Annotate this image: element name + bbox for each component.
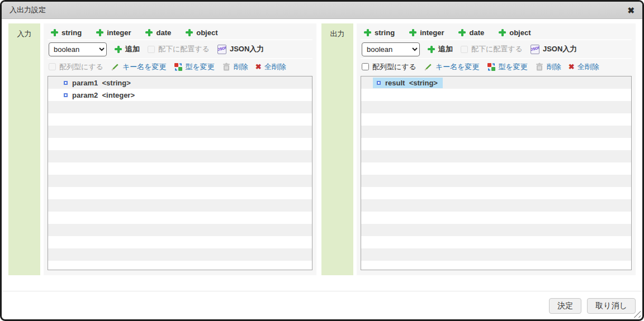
ok-button[interactable]: 決定 bbox=[549, 298, 581, 314]
type-select[interactable]: boolean bbox=[49, 42, 107, 56]
json-file-icon: JSON bbox=[217, 45, 226, 54]
plus-icon bbox=[364, 29, 371, 36]
panels-container: 入力 string integer date bbox=[8, 23, 636, 275]
red-x-icon: ✖ bbox=[255, 63, 262, 70]
plus-icon bbox=[115, 46, 122, 53]
output-edit-row: 配列型にする キー名を変更 bbox=[361, 59, 632, 74]
output-add-type-row: string integer date object bbox=[361, 26, 632, 40]
input-add-row: boolean 追加 配下に配置する JSON JSON入力 bbox=[48, 40, 312, 59]
add-date-button[interactable]: date bbox=[145, 28, 171, 37]
plus-icon bbox=[186, 29, 193, 36]
io-settings-dialog: 入出力設定 ✖ 入力 string integer bbox=[0, 0, 644, 321]
trash-icon bbox=[222, 63, 231, 71]
change-type-button[interactable]: 型を変更 bbox=[174, 62, 215, 72]
cancel-button[interactable]: 取り消し bbox=[587, 298, 636, 314]
place-under-checkbox bbox=[148, 46, 155, 53]
dialog-footer: 決定 取り消し bbox=[2, 291, 642, 314]
type-change-icon bbox=[174, 63, 183, 71]
plus-icon bbox=[458, 29, 466, 36]
add-integer-button[interactable]: integer bbox=[96, 28, 131, 37]
input-panel-body: string integer date object bbox=[44, 23, 316, 275]
output-param-list[interactable]: result <string> bbox=[361, 76, 632, 270]
add-button[interactable]: 追加 bbox=[428, 44, 453, 54]
list-item[interactable]: param2 <integer> bbox=[48, 89, 312, 101]
pencil-icon bbox=[424, 63, 433, 71]
type-change-icon bbox=[487, 63, 496, 71]
list-item[interactable]: param1 <string> bbox=[48, 76, 312, 89]
output-panel: 出力 string integer date bbox=[321, 23, 636, 275]
input-edit-row: 配列型にする キー名を変更 bbox=[48, 59, 312, 74]
array-type-option: 配列型にする bbox=[362, 62, 416, 72]
red-x-icon: ✖ bbox=[569, 63, 575, 70]
input-param-list[interactable]: param1 <string> param2 <integer> bbox=[48, 76, 312, 270]
add-integer-button[interactable]: integer bbox=[409, 28, 444, 37]
json-file-icon: JSON bbox=[531, 45, 539, 54]
add-object-button[interactable]: object bbox=[499, 28, 531, 37]
json-input-button[interactable]: JSON JSON入力 bbox=[531, 44, 577, 54]
plus-icon bbox=[96, 29, 103, 36]
plus-icon bbox=[409, 29, 416, 36]
add-string-button[interactable]: string bbox=[51, 28, 82, 37]
delete-all-button[interactable]: ✖ 全削除 bbox=[255, 62, 286, 72]
place-under-option: 配下に配置する bbox=[148, 44, 210, 54]
delete-all-button[interactable]: ✖ 全削除 bbox=[569, 62, 599, 72]
pencil-icon bbox=[111, 63, 120, 71]
output-panel-label: 出力 bbox=[321, 23, 353, 275]
input-panel: 入力 string integer date bbox=[8, 23, 316, 275]
tree-node-icon bbox=[64, 93, 68, 97]
plus-icon bbox=[51, 29, 58, 36]
place-under-checkbox bbox=[461, 46, 468, 53]
change-type-button[interactable]: 型を変更 bbox=[487, 62, 528, 72]
add-string-button[interactable]: string bbox=[364, 28, 395, 37]
tree-node-icon bbox=[377, 81, 381, 85]
array-type-checkbox[interactable] bbox=[362, 63, 369, 70]
add-button[interactable]: 追加 bbox=[115, 44, 140, 54]
add-date-button[interactable]: date bbox=[458, 28, 484, 37]
json-input-button[interactable]: JSON JSON入力 bbox=[217, 44, 264, 54]
delete-button[interactable]: 削除 bbox=[535, 62, 561, 72]
dialog-title: 入出力設定 bbox=[10, 5, 46, 15]
rename-key-button[interactable]: キー名を変更 bbox=[424, 62, 480, 72]
input-panel-label: 入力 bbox=[8, 23, 40, 275]
delete-button[interactable]: 削除 bbox=[222, 62, 248, 72]
list-item-selected[interactable]: result <string> bbox=[361, 76, 631, 89]
add-object-button[interactable]: object bbox=[186, 28, 217, 37]
tree-node-icon bbox=[64, 81, 68, 85]
close-icon[interactable]: ✖ bbox=[627, 6, 634, 15]
input-add-type-row: string integer date object bbox=[48, 26, 312, 40]
place-under-option: 配下に配置する bbox=[461, 44, 523, 54]
array-type-checkbox bbox=[49, 63, 56, 70]
type-select[interactable]: boolean bbox=[362, 42, 420, 56]
array-type-option: 配列型にする bbox=[49, 62, 103, 72]
rename-key-button[interactable]: キー名を変更 bbox=[111, 62, 167, 72]
plus-icon bbox=[428, 46, 435, 53]
output-add-row: boolean 追加 配下に配置する JSON JSON入力 bbox=[361, 40, 632, 59]
trash-icon bbox=[535, 63, 544, 71]
plus-icon bbox=[145, 29, 153, 36]
output-panel-body: string integer date object bbox=[357, 23, 636, 275]
dialog-titlebar[interactable]: 入出力設定 ✖ bbox=[2, 2, 642, 19]
plus-icon bbox=[499, 29, 506, 36]
